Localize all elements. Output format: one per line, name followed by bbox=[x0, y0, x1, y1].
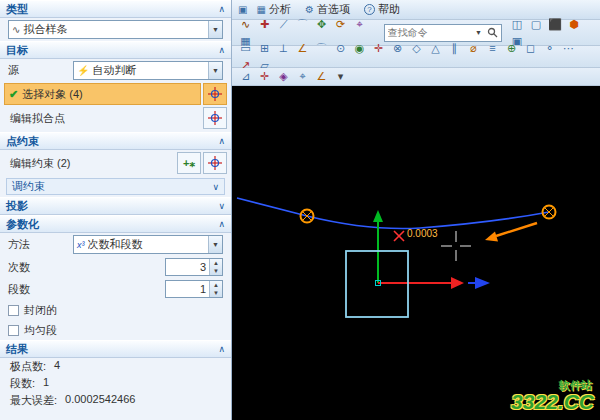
section-header-target[interactable]: 目标 ∧ bbox=[0, 41, 231, 59]
chevron-up-icon[interactable]: ∧ bbox=[218, 45, 225, 55]
gem-icon[interactable]: ◈ bbox=[275, 68, 292, 85]
degree-spinner[interactable]: 3 ▲ ▼ bbox=[165, 258, 223, 276]
triangle-icon[interactable]: △ bbox=[427, 40, 444, 57]
error-annotation: 0.0003 bbox=[407, 228, 438, 239]
crosshair-icon[interactable]: ✛ bbox=[370, 40, 387, 57]
point-dialog-button[interactable] bbox=[203, 83, 227, 105]
line-icon[interactable]: ⟋ bbox=[275, 16, 292, 33]
crosshair-target-icon bbox=[208, 111, 222, 125]
section-header-constraints[interactable]: 点约束 ∧ bbox=[0, 132, 231, 150]
search-input[interactable] bbox=[385, 27, 473, 38]
error-x-marker bbox=[394, 231, 404, 241]
spinner-up-icon[interactable]: ▲ bbox=[210, 259, 222, 267]
chevron-down-icon[interactable]: ∨ bbox=[218, 201, 225, 211]
inferred-icon: ⚡ bbox=[77, 65, 89, 76]
snap-rect-icon[interactable]: ▭ bbox=[237, 40, 254, 57]
target-icon[interactable]: ⌖ bbox=[294, 68, 311, 85]
degree-segments-icon: x³ bbox=[77, 240, 85, 250]
measure-icon[interactable]: ⌖ bbox=[351, 16, 368, 33]
cylinder-icon[interactable]: ⬢ bbox=[566, 16, 583, 33]
render-style-icon[interactable]: ▢ bbox=[528, 16, 545, 33]
arc-icon[interactable]: ⌒ bbox=[294, 16, 311, 33]
perpendicular-icon[interactable]: ⟂ bbox=[275, 40, 292, 57]
source-dropdown[interactable]: ⚡ 自动判断 ▼ bbox=[73, 61, 223, 80]
menu-label-help: 帮助 bbox=[378, 2, 400, 17]
spline-endpoint-handle-left[interactable] bbox=[301, 210, 314, 223]
plus-icon[interactable]: ✛ bbox=[256, 68, 273, 85]
chevron-up-icon[interactable]: ∧ bbox=[218, 136, 225, 146]
type-row: ∿ 拟合样条 ▼ bbox=[0, 18, 231, 41]
view-layout-icon[interactable]: ◫ bbox=[509, 16, 526, 33]
spinner-up-icon[interactable]: ▲ bbox=[210, 281, 222, 289]
constraint-point-button[interactable] bbox=[203, 152, 227, 174]
section-title-parameterization: 参数化 bbox=[6, 217, 39, 232]
spinner-down-icon[interactable]: ▼ bbox=[210, 267, 222, 275]
graphics-viewport[interactable]: 0.0003 软件站 3322.CC bbox=[232, 86, 600, 420]
section-header-type[interactable]: 类型 ∧ bbox=[0, 0, 231, 18]
datum-triangle-icon[interactable]: ⊿ bbox=[237, 68, 254, 85]
uniform-checkbox-row[interactable]: 均匀段 bbox=[0, 320, 231, 340]
dropdown-arrow-icon[interactable]: ▼ bbox=[208, 62, 222, 79]
closed-checkbox[interactable] bbox=[8, 305, 19, 316]
spline-endpoint-handle-right[interactable] bbox=[543, 206, 556, 219]
segments-spinner[interactable]: 1 ▲ ▼ bbox=[165, 280, 223, 298]
result-segments-value: 1 bbox=[43, 376, 49, 391]
rotate-icon[interactable]: ⟳ bbox=[332, 16, 349, 33]
dropdown-arrow-icon[interactable]: ▼ bbox=[208, 21, 222, 38]
edit-fit-points-row: 编辑拟合点 bbox=[0, 106, 231, 132]
angle2-icon[interactable]: ∠ bbox=[313, 68, 330, 85]
spinner-arrows[interactable]: ▲ ▼ bbox=[209, 281, 222, 297]
add-constraint-button[interactable]: +⁎ bbox=[177, 152, 201, 174]
closed-checkbox-row[interactable]: 封闭的 bbox=[0, 300, 231, 320]
midpoint-icon[interactable]: ◉ bbox=[351, 40, 368, 57]
type-dropdown-value: 拟合样条 bbox=[23, 22, 205, 37]
uniform-checkbox[interactable] bbox=[8, 325, 19, 336]
diamond-icon[interactable]: ◇ bbox=[408, 40, 425, 57]
shaded-cube-icon[interactable]: ⬛ bbox=[547, 16, 564, 33]
section-title-constraints: 点约束 bbox=[6, 134, 39, 149]
window-icon[interactable]: ▣ bbox=[238, 4, 247, 15]
snap-grid-icon[interactable]: ⊞ bbox=[256, 40, 273, 57]
check-icon: ✔ bbox=[9, 88, 18, 101]
move-object-icon[interactable]: ✥ bbox=[313, 16, 330, 33]
spinner-down-icon[interactable]: ▼ bbox=[210, 289, 222, 297]
chevron-up-icon[interactable]: ∧ bbox=[218, 219, 225, 229]
chevron-up-icon[interactable]: ∧ bbox=[218, 4, 225, 14]
square-icon[interactable]: ◻ bbox=[522, 40, 539, 57]
more-icon[interactable]: ⋯ bbox=[560, 40, 577, 57]
align-icon[interactable]: ≡ bbox=[484, 39, 501, 56]
result-row-max-error: 最大误差: 0.0002542466 bbox=[0, 392, 231, 409]
arc-snap-icon[interactable]: ⌒ bbox=[313, 40, 330, 57]
closed-label: 封闭的 bbox=[24, 303, 57, 318]
chevron-down-icon[interactable]: ∨ bbox=[212, 182, 219, 192]
select-object-button[interactable]: ✔ 选择对象 (4) bbox=[4, 83, 201, 105]
section-header-results[interactable]: 结果 ∧ bbox=[0, 340, 231, 358]
search-dropdown-arrow-icon[interactable]: ▼ bbox=[473, 29, 485, 36]
search-icon[interactable] bbox=[485, 27, 501, 38]
tangent-arrow-handle[interactable] bbox=[485, 223, 537, 242]
angle-icon[interactable]: ∠ bbox=[294, 40, 311, 57]
constraint-list-bar[interactable]: 调约束 ∨ bbox=[6, 178, 225, 195]
x-axis-arrow[interactable] bbox=[378, 277, 464, 289]
y-axis-arrow[interactable] bbox=[373, 210, 383, 283]
diameter-icon[interactable]: ⌀ bbox=[465, 40, 482, 57]
method-dropdown[interactable]: x³ 次数和段数 ▼ bbox=[73, 235, 223, 254]
point-on-curve-icon[interactable]: ⊕ bbox=[503, 40, 520, 57]
point-icon[interactable]: ✚ bbox=[256, 16, 273, 33]
axis-handle-blue[interactable] bbox=[468, 277, 490, 289]
circle-center-icon[interactable]: ⊙ bbox=[332, 40, 349, 57]
type-dropdown[interactable]: ∿ 拟合样条 ▼ bbox=[8, 20, 223, 39]
edit-constraints-row: 编辑约束 (2) +⁎ bbox=[0, 150, 231, 176]
edit-fit-points-button[interactable] bbox=[203, 107, 227, 129]
sketch-curve-icon[interactable]: ∿ bbox=[237, 16, 254, 33]
section-header-projection[interactable]: 投影 ∨ bbox=[0, 197, 231, 215]
intersection-icon[interactable]: ⊗ bbox=[389, 40, 406, 57]
parallel-icon[interactable]: ∥ bbox=[446, 40, 463, 57]
chevron-up-icon[interactable]: ∧ bbox=[218, 344, 225, 354]
spinner-arrows[interactable]: ▲ ▼ bbox=[209, 259, 222, 275]
section-header-parameterization[interactable]: 参数化 ∧ bbox=[0, 215, 231, 233]
dot-icon[interactable]: ⚬ bbox=[541, 40, 558, 57]
dropdown-arrow-icon[interactable]: ▼ bbox=[208, 236, 222, 253]
dropdown-more-icon[interactable]: ▾ bbox=[332, 68, 349, 85]
spline-curve[interactable] bbox=[237, 198, 549, 229]
